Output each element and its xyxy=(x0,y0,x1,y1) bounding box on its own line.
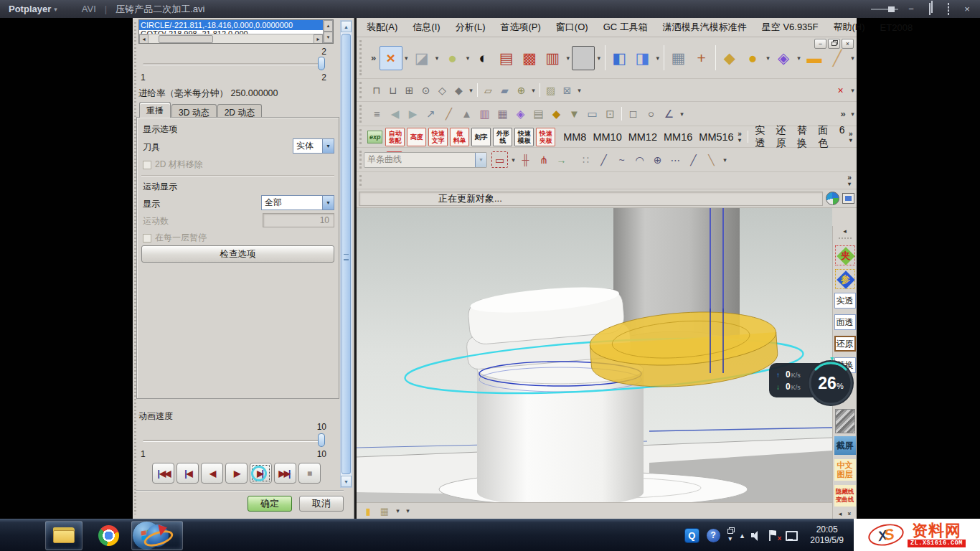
chevron-down-icon[interactable]: ▾ xyxy=(848,181,851,187)
quick-text-button[interactable]: 快速 文字 xyxy=(428,128,448,146)
scroll-down-icon[interactable]: ▼ xyxy=(341,476,352,487)
tool-select[interactable]: 实体 ▼ xyxy=(293,138,334,154)
reset-view-icon[interactable]: × xyxy=(380,46,402,70)
pencil-icon[interactable]: ╱ xyxy=(826,46,849,70)
show-select[interactable]: 全部 ▼ xyxy=(261,195,334,210)
column-icon[interactable]: ▥ xyxy=(476,105,494,123)
nav-sphere-icon[interactable] xyxy=(826,192,839,205)
rail-solid-transparent-button[interactable]: 实透 xyxy=(834,293,856,309)
menu-item[interactable]: 分析(L) xyxy=(456,21,486,34)
raise-icon[interactable]: ▲ xyxy=(458,105,476,123)
restore-button[interactable] xyxy=(924,4,936,14)
spin-up-icon[interactable]: ▲ xyxy=(324,20,333,32)
caret-icon[interactable]: ▾ xyxy=(404,504,412,517)
potplayer-menu[interactable]: Potplayer xyxy=(9,4,51,14)
caret-icon[interactable]: ▾ xyxy=(575,82,583,98)
csys-icon[interactable]: + xyxy=(689,46,712,70)
mm-size-button[interactable]: MM516 xyxy=(699,131,733,143)
back-icon[interactable]: ◀ xyxy=(386,105,404,123)
dialog-scrollbar[interactable]: ▲ ▼ xyxy=(340,20,352,488)
menu-item[interactable]: 星空 V6.935F xyxy=(762,21,819,34)
snap-intersection-icon[interactable]: ⊞ xyxy=(401,82,418,98)
target-icon[interactable]: ⊕ xyxy=(513,82,529,98)
snap-node-icon[interactable]: ◆ xyxy=(451,82,467,98)
caret-icon[interactable]: ▾ xyxy=(464,46,472,70)
spacer[interactable] xyxy=(583,82,832,98)
key-icon[interactable]: ● xyxy=(741,46,764,70)
spline-icon[interactable]: ~ xyxy=(613,151,630,168)
caret-icon[interactable]: ▾ xyxy=(849,46,857,70)
mm-size-button[interactable]: MM12 xyxy=(628,131,657,143)
engrave-button[interactable]: 刻字 xyxy=(471,128,491,146)
separator[interactable] xyxy=(621,107,622,121)
caret-icon[interactable]: ▾ xyxy=(394,504,402,517)
rail-face-transparent-button[interactable]: 面透 xyxy=(834,314,856,330)
speed-slider-thumb[interactable] xyxy=(318,433,325,447)
restore-button[interactable] xyxy=(828,39,840,49)
quick-clamp-button[interactable]: 快速 夹板 xyxy=(536,128,555,146)
menu-item[interactable]: GC 工具箱 xyxy=(603,21,648,34)
tray-window-button[interactable]: ▾ xyxy=(727,529,733,542)
overflow-chevron-icon[interactable]: » xyxy=(837,105,849,123)
caret-icon[interactable]: ▾ xyxy=(849,105,857,123)
cube-hatch-icon[interactable]: ▦ xyxy=(377,504,392,517)
purple-cube-icon[interactable]: ◈ xyxy=(512,105,529,123)
volume-slider[interactable] xyxy=(871,9,898,10)
close-button[interactable]: × xyxy=(961,4,973,14)
separator[interactable] xyxy=(540,83,540,97)
fence-icon[interactable]: ╫ xyxy=(517,151,534,168)
caret-icon[interactable]: ▾ xyxy=(402,46,410,70)
tab[interactable]: 2D 动态 xyxy=(217,104,263,118)
view-mode-button[interactable]: 实透 xyxy=(755,124,768,150)
help-icon[interactable]: ? xyxy=(707,529,720,542)
clsf-listbox[interactable]: CIRCLE/-221.811,-18.416,0.000,0.0000000 … xyxy=(138,19,334,44)
collapse-left-icon[interactable]: ◂ xyxy=(839,510,842,517)
scroll-right-icon[interactable]: ▸ xyxy=(314,34,323,44)
circle-tool-icon[interactable]: ○ xyxy=(642,105,660,123)
caret-icon[interactable]: ▾ xyxy=(509,151,517,168)
collapse-left-icon[interactable]: ◂ xyxy=(843,227,847,235)
slash-icon[interactable]: ╱ xyxy=(685,151,702,168)
auto-assemble-button[interactable]: 自动 装配 xyxy=(385,128,405,146)
progress-slider-thumb[interactable] xyxy=(318,57,325,70)
caret-icon[interactable]: ▾ xyxy=(433,46,441,70)
square-tool-icon[interactable]: □ xyxy=(624,105,642,123)
palette-icon[interactable]: ◈ xyxy=(772,46,795,70)
chevron-down-icon[interactable]: ▾ xyxy=(738,137,741,143)
cancel-button[interactable]: 取消 xyxy=(299,496,344,512)
menu-item[interactable]: 装配(A) xyxy=(367,21,397,34)
screenshot-button[interactable]: 截屏 xyxy=(834,436,856,455)
fullscreen-button[interactable] xyxy=(943,4,954,14)
part-icon[interactable]: ▮ xyxy=(361,504,375,517)
step-forward-button[interactable]: ▶ xyxy=(225,463,248,484)
overflow-chevron-icon[interactable]: » xyxy=(738,131,742,137)
caret-icon[interactable]: ▾ xyxy=(467,82,475,98)
stop-button[interactable]: ■ xyxy=(298,463,321,484)
table-icon[interactable]: ▤ xyxy=(529,105,547,123)
separator[interactable] xyxy=(664,45,664,70)
plane-icon[interactable]: ▱ xyxy=(480,82,496,98)
check-options-button[interactable]: 检查选项 xyxy=(141,245,334,263)
mesh-icon[interactable]: ▦ xyxy=(494,105,512,123)
down-tri-icon[interactable]: ▼ xyxy=(565,105,583,123)
snap-mid-icon[interactable]: ⊔ xyxy=(385,82,401,98)
chevron-down-icon[interactable]: ▼ xyxy=(322,139,334,153)
close-button[interactable]: × xyxy=(842,39,854,49)
caret-icon[interactable]: ▾ xyxy=(678,105,686,123)
mm-size-button[interactable]: MM10 xyxy=(593,131,621,143)
window-mode-icon[interactable] xyxy=(842,193,854,204)
boxed-dot-icon[interactable]: ⊡ xyxy=(601,105,619,123)
menu-item[interactable]: 潇洒模具汽模标准件 xyxy=(663,21,747,34)
qq-icon[interactable]: Q xyxy=(684,528,699,543)
go-to-start-button[interactable]: | ◀◀ xyxy=(152,463,174,484)
menu-item[interactable]: ET2008 xyxy=(880,22,913,33)
expand-down-icon[interactable]: » xyxy=(846,512,853,515)
grip-icon[interactable]: ≡ xyxy=(368,105,386,123)
slab-icon[interactable]: ▰ xyxy=(496,82,513,98)
taskbar-clock[interactable]: 20:05 2019/5/9 xyxy=(804,524,849,546)
sheet-icon[interactable]: ▦ xyxy=(666,46,689,70)
volume-thumb[interactable] xyxy=(888,6,895,12)
progress-slider[interactable] xyxy=(143,57,325,70)
delete-icon[interactable]: × xyxy=(832,82,849,98)
marquee-icon[interactable]: ▭ xyxy=(491,151,508,168)
